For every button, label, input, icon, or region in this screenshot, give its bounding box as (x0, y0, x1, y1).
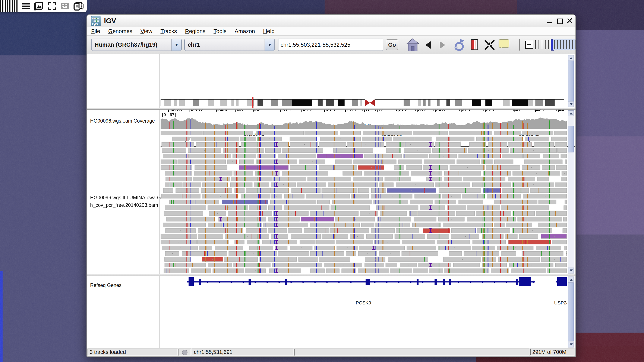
gene-intron-arrow: > (482, 280, 484, 284)
keyboard-icon[interactable] (60, 1, 70, 11)
panel-divider[interactable] (87, 108, 576, 110)
menu-bar: File Genomes View Tracks Regions Tools A… (87, 27, 576, 36)
scrollbar-thumb[interactable] (568, 282, 574, 341)
gene-end-arrow: ›› (532, 280, 535, 284)
home-icon[interactable] (406, 38, 419, 52)
gene-exon[interactable] (248, 279, 251, 285)
chromosome-ideogram[interactable] (160, 98, 564, 108)
menu-file[interactable]: File (91, 28, 100, 34)
gene-intron-arrow: > (302, 280, 304, 284)
refseq-genes-track[interactable]: >>>>>>>>>>>>>>>>>>>>>>>››PCSK9››USP24 (160, 276, 567, 348)
tracks-loaded-status: 3 tracks loaded (88, 349, 178, 356)
gene-intron-arrow: > (506, 280, 508, 284)
menu-help[interactable]: Help (263, 28, 274, 34)
cursor-position-status: chr1:55,531,691 (192, 349, 294, 356)
genome-select[interactable]: Human (GRCh37/hg19) ▼ (91, 39, 182, 51)
screenshot-icon[interactable] (34, 1, 43, 11)
menu-view[interactable]: View (140, 28, 152, 34)
define-region-icon[interactable] (471, 39, 478, 50)
fullscreen-icon[interactable] (48, 1, 57, 11)
menu-icon[interactable] (21, 1, 31, 11)
zoom-slider-track[interactable] (535, 40, 551, 49)
gene-exon[interactable] (366, 279, 370, 285)
gene-exon[interactable] (449, 279, 451, 285)
chromosome-select[interactable]: chr1 ▼ (184, 39, 275, 51)
chevron-down-icon[interactable]: ▼ (264, 39, 274, 50)
gene-exon[interactable] (416, 279, 418, 285)
gene-end-arrow: ›› (563, 280, 566, 284)
coverage-track-name[interactable]: HG00096.wgs...am Coverage (90, 118, 155, 124)
status-indicator (182, 350, 188, 355)
gene-exon[interactable] (516, 279, 518, 285)
alignment-scrollbar[interactable] (568, 110, 574, 274)
scrollbar-thumb[interactable] (568, 126, 574, 153)
gene-exon[interactable] (199, 279, 201, 285)
data-panels: p36.23p36.12p34.3p33p32.1p31.1p22.2p21.1… (87, 54, 576, 348)
genes-scrollbar[interactable] (568, 276, 574, 348)
alignment-track-name-line2[interactable]: h_cov_pcr_free.20140203.bam (90, 202, 158, 208)
desktop-patch (576, 234, 644, 335)
gene-label: PCSK9 (356, 300, 371, 306)
audio-speaker-icon[interactable] (75, 1, 84, 11)
desktop-patch (576, 30, 644, 137)
menu-tools[interactable]: Tools (214, 28, 226, 34)
drag-handle[interactable] (0, 0, 18, 12)
gene-intron-arrow: > (230, 280, 233, 284)
gene-intron-arrow: > (374, 280, 376, 284)
gene-intron-arrow: > (350, 280, 352, 284)
status-indicator-cell (178, 349, 191, 356)
genome-select-value: Human (GRCh37/hg19) (94, 39, 157, 50)
scrollbar-thumb[interactable] (568, 61, 574, 101)
toolbar: Human (GRCh37/hg19) ▼ chr1 ▼ Go (87, 36, 576, 55)
status-bar: 3 tracks loaded chr1:55,531,691 291M of … (87, 348, 576, 357)
igv-logo-icon: igv (91, 16, 101, 26)
panel-divider[interactable] (87, 274, 576, 276)
locus-input[interactable] (278, 39, 383, 51)
chevron-down-icon[interactable]: ▼ (172, 39, 181, 50)
gene-exon[interactable] (285, 279, 287, 285)
scroll-down-button[interactable] (568, 268, 574, 273)
minimize-button[interactable] (546, 18, 554, 24)
refresh-icon[interactable] (452, 38, 465, 52)
window-title: IGV (104, 15, 116, 27)
gene-intron-arrow: > (386, 280, 388, 284)
gene-intron-arrow: > (494, 280, 496, 284)
desktop-patch (576, 137, 644, 234)
scroll-down-button[interactable] (568, 342, 574, 347)
gene-intron-arrow: > (326, 280, 328, 284)
alignment-track-name-line1[interactable]: HG00096.wgs.ILLUMINA.bwa.G (90, 195, 161, 201)
menu-genomes[interactable]: Genomes (108, 28, 132, 34)
title-bar[interactable]: igv IGV (87, 15, 576, 27)
gene-intron-arrow: > (206, 280, 209, 284)
zoom-slider-zone[interactable] (553, 39, 576, 50)
gene-intron-arrow: > (242, 280, 245, 284)
track-row-separator (160, 309, 567, 309)
back-icon[interactable] (425, 41, 431, 49)
desktop-edge-strip (0, 271, 2, 362)
gene-exon[interactable] (519, 277, 531, 286)
menu-amazon[interactable]: Amazon (235, 28, 255, 34)
menu-regions[interactable]: Regions (185, 28, 206, 34)
forward-icon[interactable] (440, 41, 445, 49)
scroll-down-button[interactable] (568, 101, 574, 107)
scroll-up-button[interactable] (568, 55, 574, 61)
gene-intron-arrow: > (470, 280, 472, 284)
zoom-out-button[interactable] (525, 41, 534, 49)
genes-track-name[interactable]: Refseq Genes (90, 282, 122, 288)
vnc-control-bar (0, 0, 87, 12)
gene-exon[interactable] (434, 279, 437, 285)
tooltip-icon[interactable] (498, 39, 509, 47)
gene-exon[interactable] (443, 279, 445, 285)
scroll-up-button[interactable] (568, 110, 574, 116)
alignment-reads-canvas[interactable] (160, 110, 567, 274)
gene-exon[interactable] (188, 277, 194, 286)
scroll-up-button[interactable] (568, 277, 574, 282)
ruler-scrollbar[interactable] (568, 55, 574, 107)
maximize-button[interactable] (556, 18, 564, 24)
track-name-divider[interactable] (159, 54, 160, 348)
go-button[interactable]: Go (386, 39, 398, 50)
close-button[interactable] (566, 18, 574, 24)
gene-intron-arrow: > (422, 280, 424, 284)
menu-tracks[interactable]: Tracks (160, 28, 177, 34)
fit-to-window-icon[interactable] (484, 39, 496, 51)
